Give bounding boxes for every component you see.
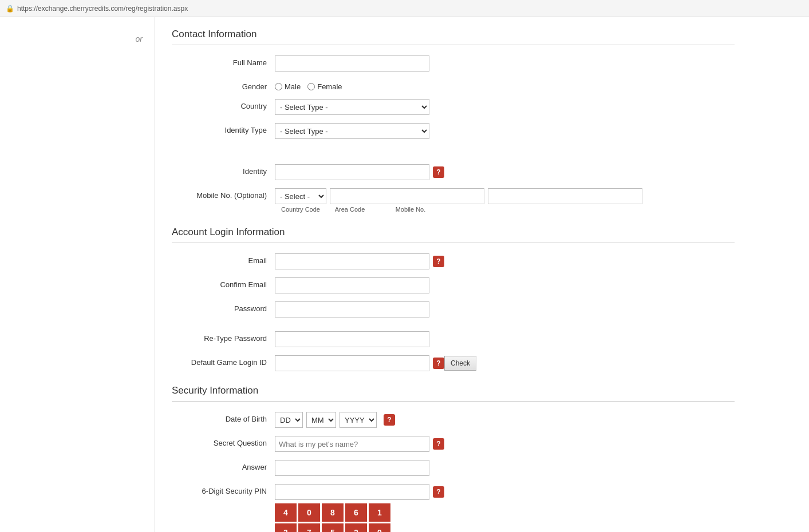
pin-label: 6-Digit Security PIN — [172, 484, 275, 495]
dob-help-icon[interactable]: ? — [384, 414, 395, 426]
area-code-input[interactable] — [330, 188, 484, 204]
mobile-inputs: - Select - — [275, 188, 642, 204]
pin-key-9[interactable]: 9 — [369, 523, 390, 532]
gender-female-option[interactable]: Female — [307, 82, 342, 91]
dob-yyyy-select[interactable]: YYYY — [340, 412, 377, 428]
password-spacer — [172, 325, 735, 331]
confirm-email-input[interactable] — [275, 277, 429, 293]
identity-input[interactable] — [275, 164, 429, 180]
full-name-row: Full Name — [172, 55, 735, 72]
pin-input[interactable] — [275, 484, 429, 500]
gender-label: Gender — [172, 80, 275, 91]
pin-key-5[interactable]: 5 — [322, 523, 344, 532]
pin-input-row: ? — [275, 484, 444, 500]
account-section-title: Account Login Information — [172, 227, 735, 238]
pin-help-icon[interactable]: ? — [433, 486, 444, 498]
mobile-control: - Select - Country Code Area Code Mobile… — [275, 188, 642, 213]
identity-label: Identity — [172, 164, 275, 176]
game-login-input[interactable] — [275, 355, 429, 371]
pin-key-4[interactable]: 4 — [275, 503, 297, 522]
pin-key-0[interactable]: 0 — [298, 503, 320, 522]
dob-mm-select[interactable]: MM — [306, 412, 336, 428]
pin-keypad: 4 0 8 6 1 3 7 5 2 9 — [275, 503, 444, 532]
secret-question-input[interactable] — [275, 436, 429, 452]
email-row: Email ? — [172, 253, 735, 269]
mobile-no-input[interactable] — [488, 188, 642, 204]
full-name-input[interactable] — [275, 55, 429, 72]
secret-question-row: Secret Question ? — [172, 436, 735, 452]
identity-type-label: Identity Type — [172, 123, 275, 134]
identity-spacer — [172, 147, 735, 164]
gender-female-radio[interactable] — [307, 83, 315, 90]
identity-type-select[interactable]: - Select Type - — [275, 123, 429, 139]
retype-password-label: Re-Type Password — [172, 331, 275, 343]
game-login-row: Default Game Login ID ? Check — [172, 355, 735, 371]
contact-divider — [172, 45, 735, 45]
full-name-control — [275, 55, 429, 72]
pin-key-6[interactable]: 6 — [345, 503, 367, 522]
or-text: or — [136, 29, 143, 43]
contact-section-title: Contact Information — [172, 29, 735, 40]
pin-key-2[interactable]: 2 — [345, 523, 367, 532]
dob-dd-select[interactable]: DD — [275, 412, 303, 428]
retype-password-control — [275, 331, 429, 347]
secret-question-label: Secret Question — [172, 436, 275, 447]
lock-icon: 🔒 — [6, 5, 14, 13]
security-section: Security Information Date of Birth DD MM… — [172, 385, 735, 532]
account-divider — [172, 243, 735, 243]
security-divider — [172, 401, 735, 402]
mobile-ac-label: Area Code — [330, 206, 370, 213]
gender-control: Male Female — [275, 80, 342, 91]
answer-label: Answer — [172, 460, 275, 471]
pin-key-8[interactable]: 8 — [322, 503, 344, 522]
confirm-email-control — [275, 277, 429, 293]
password-control — [275, 301, 429, 317]
email-label: Email — [172, 253, 275, 265]
email-input[interactable] — [275, 253, 429, 269]
gender-male-option[interactable]: Male — [275, 82, 301, 91]
password-input[interactable] — [275, 301, 429, 317]
country-select[interactable]: - Select Type - — [275, 99, 429, 115]
mobile-cc-label: Country Code — [275, 206, 326, 213]
pin-key-1[interactable]: 1 — [369, 503, 390, 522]
mobile-label: Mobile No. (Optional) — [172, 188, 275, 200]
gender-male-radio[interactable] — [275, 83, 282, 90]
secret-question-help-icon[interactable]: ? — [433, 438, 444, 450]
identity-row: Identity ? — [172, 164, 735, 180]
full-name-label: Full Name — [172, 55, 275, 67]
country-control: - Select Type - — [275, 99, 429, 115]
main-content: Contact Information Full Name Gender Mal… — [155, 17, 752, 532]
pin-key-7[interactable]: 7 — [298, 523, 320, 532]
identity-type-row: Identity Type - Select Type - — [172, 123, 735, 139]
security-section-title: Security Information — [172, 385, 735, 396]
password-row: Password — [172, 301, 735, 317]
left-sidebar: or — [0, 17, 155, 532]
email-help-icon[interactable]: ? — [433, 256, 444, 267]
gender-row: Gender Male Female — [172, 80, 735, 91]
dob-label: Date of Birth — [172, 412, 275, 423]
retype-password-input[interactable] — [275, 331, 429, 347]
confirm-email-label: Confirm Email — [172, 277, 275, 289]
country-label: Country — [172, 99, 275, 110]
game-login-help-icon[interactable]: ? — [433, 358, 444, 369]
answer-input[interactable] — [275, 460, 429, 476]
email-control: ? — [275, 253, 444, 269]
gender-female-label: Female — [317, 82, 342, 91]
identity-help-icon[interactable]: ? — [433, 166, 444, 178]
secret-question-control: ? — [275, 436, 444, 452]
mobile-country-code-select[interactable]: - Select - — [275, 188, 326, 204]
identity-input-row: ? — [275, 164, 444, 180]
pin-control: ? 4 0 8 6 1 3 7 5 2 9 — [275, 484, 444, 532]
retype-password-row: Re-Type Password — [172, 331, 735, 347]
check-button[interactable]: Check — [444, 356, 476, 371]
gender-options: Male Female — [275, 80, 342, 91]
pin-key-3[interactable]: 3 — [275, 523, 297, 532]
dob-control: DD MM YYYY ? — [275, 412, 395, 428]
secret-question-input-row: ? — [275, 436, 444, 452]
mobile-sublabels: Country Code Area Code Mobile No. — [275, 206, 642, 213]
country-row: Country - Select Type - — [172, 99, 735, 115]
browser-url: https://exchange.cherrycredits.com/reg/r… — [17, 5, 188, 13]
account-section: Account Login Information Email ? Confir… — [172, 227, 735, 371]
game-login-control: ? Check — [275, 355, 476, 371]
dob-selects: DD MM YYYY ? — [275, 412, 395, 428]
